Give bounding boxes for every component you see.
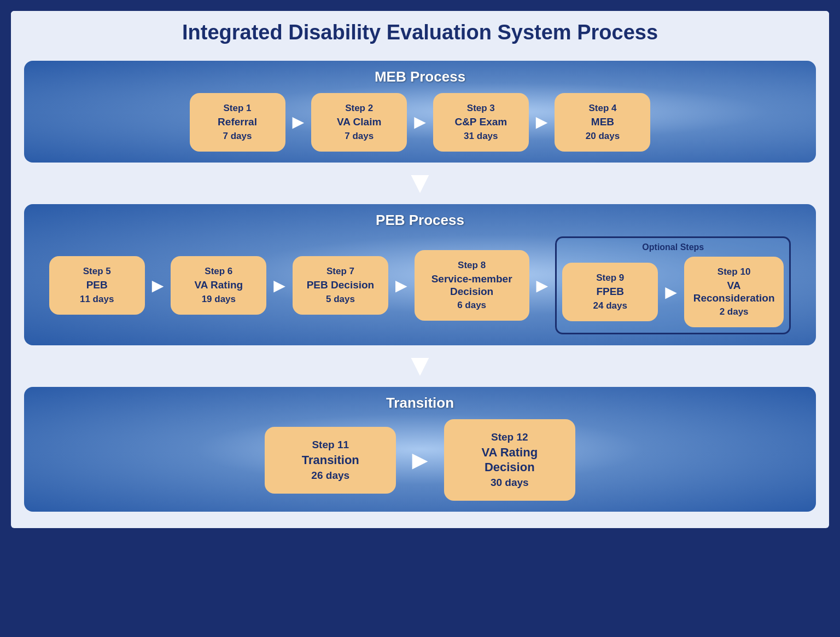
step-11-number: Step 11: [276, 439, 385, 451]
step-9-number: Step 9: [569, 273, 651, 283]
step-11-name: Transition: [276, 453, 385, 467]
arrow-1-2: ►: [289, 112, 308, 132]
step-6-box: Step 6 VA Rating 19 days: [171, 256, 266, 315]
step-12-days: 30 days: [455, 477, 564, 489]
step-4-days: 20 days: [561, 131, 644, 142]
optional-steps-row: Step 9 FPEB 24 days ► Step 10 VA Reconsi…: [562, 257, 784, 328]
step-10-name: VA Reconsideration: [691, 280, 777, 305]
peb-title: PEB Process: [35, 212, 805, 229]
step-1-name: Referral: [196, 116, 279, 129]
step-7-number: Step 7: [299, 266, 382, 277]
step-12-box: Step 12 VA Rating Decision 30 days: [444, 419, 575, 501]
step-5-box: Step 5 PEB 11 days: [49, 256, 145, 315]
step-8-number: Step 8: [421, 260, 523, 271]
step-10-number: Step 10: [691, 267, 777, 277]
step-8-name: Service-member Decision: [421, 273, 523, 298]
step-1-box: Step 1 Referral 7 days: [190, 93, 285, 152]
step-5-number: Step 5: [56, 266, 138, 277]
step-7-name: PEB Decision: [299, 279, 382, 292]
step-6-number: Step 6: [177, 266, 260, 277]
main-title: Integrated Disability Evaluation System …: [11, 11, 829, 51]
meb-steps-row: Step 1 Referral 7 days ► Step 2 VA Claim…: [35, 93, 805, 152]
transition-section: Transition Step 11 Transition 26 days ► …: [24, 387, 816, 512]
step-5-days: 11 days: [56, 294, 138, 305]
step-6-name: VA Rating: [177, 279, 260, 292]
step-3-name: C&P Exam: [440, 116, 522, 129]
step-4-name: MEB: [561, 116, 644, 129]
step-3-number: Step 3: [440, 103, 522, 114]
arrow-5-6: ►: [148, 276, 168, 296]
step-10-box: Step 10 VA Reconsideration 2 days: [684, 257, 784, 328]
step-3-box: Step 3 C&P Exam 31 days: [433, 93, 529, 152]
optional-steps-box: Optional Steps Step 9 FPEB 24 days ► Ste…: [555, 236, 791, 335]
transition-title: Transition: [35, 395, 805, 412]
step-2-number: Step 2: [318, 103, 400, 114]
step-2-box: Step 2 VA Claim 7 days: [311, 93, 407, 152]
step-9-name: FPEB: [569, 286, 651, 298]
transition-steps-row: Step 11 Transition 26 days ► Step 12 VA …: [35, 419, 805, 501]
step-8-box: Step 8 Service-member Decision 6 days: [415, 250, 529, 321]
page-wrapper: Integrated Disability Evaluation System …: [11, 11, 829, 528]
step-6-days: 19 days: [177, 294, 260, 305]
arrow-2-3: ►: [410, 112, 430, 132]
step-11-box: Step 11 Transition 26 days: [265, 427, 396, 494]
step-12-name: VA Rating Decision: [455, 445, 564, 474]
step-12-number: Step 12: [455, 431, 564, 443]
step-1-days: 7 days: [196, 131, 279, 142]
step-9-days: 24 days: [569, 300, 651, 311]
down-arrow-2: ▼: [11, 350, 829, 380]
step-11-days: 26 days: [276, 470, 385, 482]
arrow-9-10: ►: [661, 282, 681, 302]
arrow-8-optional: ►: [533, 276, 552, 296]
step-2-days: 7 days: [318, 131, 400, 142]
step-1-number: Step 1: [196, 103, 279, 114]
down-arrow-1: ▼: [11, 167, 829, 198]
step-10-days: 2 days: [691, 306, 777, 317]
arrow-6-7: ►: [270, 276, 289, 296]
step-8-days: 6 days: [421, 300, 523, 311]
step-7-box: Step 7 PEB Decision 5 days: [293, 256, 388, 315]
step-4-box: Step 4 MEB 20 days: [555, 93, 650, 152]
peb-steps-row: Step 5 PEB 11 days ► Step 6 VA Rating 19…: [35, 236, 805, 335]
meb-section: MEB Process Step 1 Referral 7 days ► Ste…: [24, 61, 816, 163]
arrow-3-4: ►: [532, 112, 552, 132]
arrow-7-8: ►: [392, 276, 411, 296]
arrow-11-12: ►: [407, 447, 433, 473]
optional-title: Optional Steps: [642, 242, 704, 252]
step-3-days: 31 days: [440, 131, 522, 142]
peb-section: PEB Process Step 5 PEB 11 days ► Step 6 …: [24, 204, 816, 346]
step-2-name: VA Claim: [318, 116, 400, 129]
meb-title: MEB Process: [35, 68, 805, 85]
step-4-number: Step 4: [561, 103, 644, 114]
step-5-name: PEB: [56, 279, 138, 292]
step-9-box: Step 9 FPEB 24 days: [562, 263, 658, 321]
step-7-days: 5 days: [299, 294, 382, 305]
